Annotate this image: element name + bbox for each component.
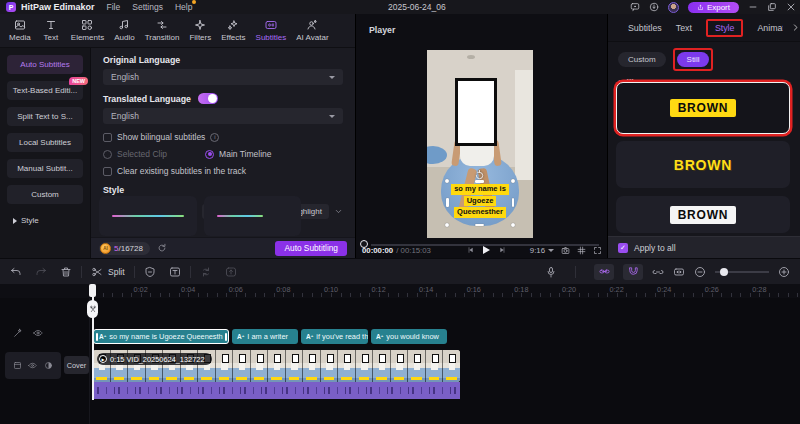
playhead-split-button[interactable] [87,300,98,318]
sidebar-item-text-based-edit[interactable]: Text-Based Editi... NEW [7,81,83,100]
video-preview[interactable]: so my name is Ugoeze Queenesther [427,50,533,238]
unlink-icon[interactable] [652,266,664,278]
tab-effects[interactable]: Effects [216,19,250,42]
style-preview-card[interactable] [99,196,197,236]
selected-clip-radio[interactable] [103,150,112,159]
selection-handle[interactable] [511,179,515,183]
playhead-handle[interactable] [89,284,96,297]
next-frame-button[interactable] [498,246,506,254]
play-button[interactable] [483,246,490,254]
restore-button[interactable] [767,2,777,12]
selection-handle[interactable] [511,223,515,227]
preset-brown-white-highlight[interactable]: BROWN [616,196,790,233]
original-language-select[interactable]: English [103,69,343,85]
split-label[interactable]: Split [108,267,125,277]
aspect-ratio-select[interactable]: 9:16 [530,246,554,255]
track-visibility-icon[interactable] [33,328,43,338]
timeline-ruler[interactable]: 0:020:040:060:080:100:120:140:160:180:20… [0,284,800,298]
minimize-button[interactable] [748,2,758,12]
mode-custom-button[interactable]: Custom [618,52,666,67]
grid-icon[interactable] [577,246,586,255]
bilingual-checkbox[interactable] [103,133,112,142]
sidebar-item-split-text[interactable]: Split Text to S... [7,107,83,126]
fit-timeline-icon[interactable] [673,266,685,278]
export-button[interactable]: Export [688,2,739,13]
zoom-in-icon[interactable] [778,266,790,278]
ai-wand-icon[interactable] [13,328,23,338]
sidebar-item-custom[interactable]: Custom [7,185,83,204]
main-timeline-radio[interactable] [205,150,214,159]
video-frame-thumbnail [443,350,460,382]
tab-audio[interactable]: Audio [109,19,139,42]
close-button[interactable] [786,2,796,12]
cover-button[interactable]: Cover [64,356,89,374]
subtitle-selection-box[interactable] [447,181,513,225]
mode-still-button[interactable]: Still [677,52,710,67]
translated-language-toggle[interactable] [198,93,218,104]
selection-handle[interactable] [445,179,449,183]
selection-handle[interactable] [475,224,484,227]
track-mute-icon[interactable] [44,361,53,370]
tab-subtitles[interactable]: Subtitles [251,19,292,42]
import-icon[interactable] [225,266,237,278]
split-scissors-icon[interactable] [91,266,103,278]
tab-text[interactable]: Text [36,19,66,42]
tab-animation-right[interactable]: Animation [757,23,783,33]
preset-brown-yellow-highlight[interactable]: BROWN [616,82,790,134]
slider-knob[interactable] [720,268,728,276]
selection-handle[interactable] [445,223,449,227]
sidebar-item-style[interactable]: Style [7,211,83,230]
selection-handle[interactable] [446,198,449,207]
track-thumbnail-icon[interactable] [13,361,22,370]
track-visibility-icon[interactable] [28,361,37,370]
selection-handle[interactable] [475,180,484,183]
style-preview-card[interactable] [204,196,301,236]
undo-icon[interactable] [10,266,22,278]
tab-ai-avatar[interactable]: AI Avatar [291,19,333,42]
menu-settings[interactable]: Settings [132,2,163,12]
menu-file[interactable]: File [107,2,121,12]
sidebar-item-auto-subtitles[interactable]: Auto Subtitles [7,55,83,74]
tab-text-right[interactable]: Text [676,23,692,33]
tab-media[interactable]: Media [4,19,36,42]
replace-icon[interactable] [200,266,212,278]
sidebar-item-local-subtitles[interactable]: Local Subtitles [7,133,83,152]
previous-frame-button[interactable] [467,246,475,254]
voiceover-mic-icon[interactable] [545,266,557,278]
sidebar-item-manual-subtitles[interactable]: Manual Subtit... [7,159,83,178]
timeline-zoom-slider[interactable] [715,264,769,280]
chevron-right-icon[interactable] [791,23,800,32]
translated-language-select[interactable]: English [103,108,343,124]
subtitle-style-icon[interactable] [144,266,156,278]
redo-icon[interactable] [35,266,47,278]
tab-transition[interactable]: Transition [140,19,185,42]
refresh-icon[interactable] [157,243,167,253]
ruler-label: 0:04 [181,285,195,294]
subtitle-clip-3[interactable]: A if you've read th [301,329,368,344]
clear-subtitles-checkbox[interactable] [103,167,112,176]
tab-style-right[interactable]: Style [715,23,735,33]
subtitle-clip-2[interactable]: A I am a writer [232,329,298,344]
audio-waveform-track[interactable] [93,382,460,399]
preset-brown-yellow-text[interactable]: BROWN [616,141,790,188]
delete-icon[interactable] [60,266,72,278]
chevron-down-icon[interactable] [334,207,343,216]
feedback-icon[interactable] [630,2,640,12]
download-icon[interactable] [649,2,659,12]
snapshot-icon[interactable] [561,246,570,255]
zoom-out-icon[interactable] [694,266,706,278]
tab-elements[interactable]: Elements [66,19,109,42]
auto-link-toggle[interactable] [594,264,614,280]
selection-handle[interactable] [512,198,515,207]
add-text-icon[interactable] [169,266,181,278]
apply-to-all-checkbox[interactable]: ✓ [618,243,628,253]
fullscreen-icon[interactable] [593,246,602,255]
auto-subtitling-button[interactable]: Auto Subtitling [275,241,347,256]
subtitle-clip-1[interactable]: A so my name is Ugoeze Queenesth [93,329,229,344]
tab-subtitles-right[interactable]: Subtitles [628,23,662,33]
user-avatar[interactable] [668,2,679,13]
tab-filters[interactable]: Filters [184,19,216,42]
subtitle-clip-4[interactable]: A you would know [371,329,447,344]
menu-help[interactable]: Help [175,2,192,12]
magnet-toggle[interactable] [623,264,643,280]
